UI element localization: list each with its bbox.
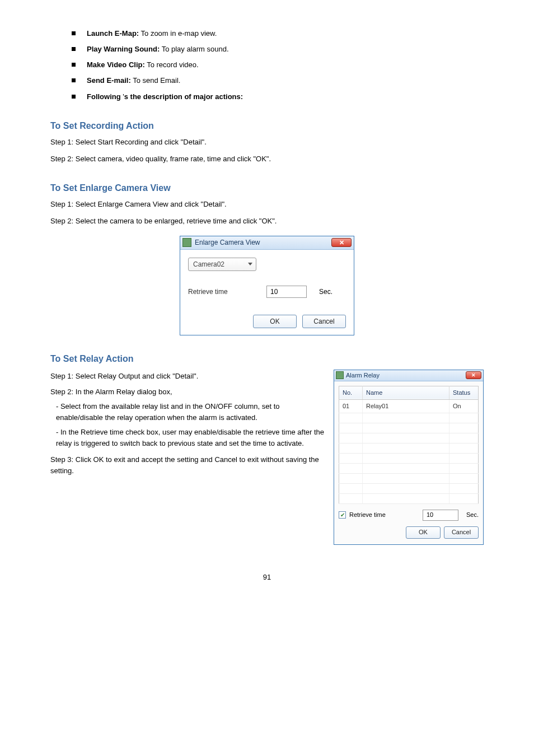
bullet-label: Following (87, 92, 123, 101)
seconds-label: Sec. (466, 510, 479, 520)
close-icon: ✕ (339, 240, 344, 246)
retrieve-time-label: Retrieve time (349, 510, 386, 520)
bullet-text: Following 's the description of major ac… (87, 91, 484, 102)
bullet-label: Play Warning Sound: (87, 45, 160, 53)
section-title-enlarge: To Set Enlarge Camera View (50, 181, 484, 195)
dialog-title: Alarm Relay (346, 371, 380, 380)
bullet-desc: To record video. (145, 60, 199, 69)
bullet-text: Send E-mail: To send Email. (87, 75, 484, 86)
camera-select-value: Camera02 (193, 259, 224, 270)
table-row (339, 473, 479, 483)
table-row (339, 423, 479, 433)
table-row (339, 463, 479, 473)
bullet-text: Launch E-Map: To zoom in e-map view. (87, 28, 484, 39)
alarm-relay-dialog: Alarm Relay ✕ No. Name Status 01 Relay01 (334, 370, 484, 545)
cell-status: On (449, 399, 479, 413)
table-row (339, 483, 479, 493)
square-bullet-icon (72, 63, 76, 67)
dialog-titlebar: Enlarge Camera View ✕ (180, 236, 354, 250)
bullet-4: Send E-mail: To send Email. (50, 75, 484, 86)
bullet-5: Following 's the description of major ac… (50, 91, 484, 102)
retrieve-time-input[interactable]: 10 (266, 286, 307, 298)
table-row (339, 413, 479, 423)
cancel-label: Cancel (452, 528, 471, 537)
retrieve-time-label: Retrieve time (188, 287, 266, 297)
dialog-title: Enlarge Camera View (195, 237, 260, 248)
camera-select[interactable]: Camera02 (188, 258, 256, 271)
col-status-header: Status (449, 386, 479, 399)
table-row (339, 453, 479, 463)
step-text: Step 2: Select camera, video quality, fr… (50, 153, 484, 165)
relay-table[interactable]: No. Name Status 01 Relay01 On (339, 386, 479, 504)
bullet-text: Make Video Clip: To record video. (87, 59, 484, 71)
table-row (339, 433, 479, 443)
bullet-label: Make Video Clip: (87, 60, 145, 69)
table-row (339, 493, 479, 503)
col-no-header: No. (339, 386, 363, 399)
ok-label: OK (419, 528, 428, 537)
cell-name: Relay01 (363, 399, 449, 413)
cancel-label: Cancel (313, 316, 334, 327)
seconds-label: Sec. (319, 287, 332, 297)
page-number: 91 (50, 572, 484, 583)
cell-no: 01 (339, 399, 363, 413)
app-icon (182, 238, 191, 247)
ok-label: OK (270, 316, 279, 327)
retrieve-time-input[interactable]: 10 (423, 510, 458, 521)
bullet-desc: To play alarm sound. (160, 45, 228, 53)
step-text: Step 1: Select Enlarge Camera View and c… (50, 199, 484, 210)
table-header-row: No. Name Status (339, 386, 479, 399)
bullet-text: Play Warning Sound: To play alarm sound. (87, 44, 484, 55)
check-icon: ✔ (340, 512, 345, 518)
square-bullet-icon (72, 31, 76, 35)
cancel-button[interactable]: Cancel (302, 315, 346, 328)
bullet-3: Make Video Clip: To record video. (50, 59, 484, 71)
table-row[interactable]: 01 Relay01 On (339, 399, 479, 413)
retrieve-time-checkbox[interactable]: ✔ (339, 511, 346, 519)
ok-button[interactable]: OK (253, 315, 297, 328)
section-title-relay: To Set Relay Action (50, 352, 484, 366)
bullet-desc: To send Email. (131, 76, 181, 85)
step-text: Step 1: Select Start Recording and click… (50, 137, 484, 148)
dialog-titlebar: Alarm Relay ✕ (334, 370, 483, 381)
section-title-recording: To Set Recording Action (50, 119, 484, 133)
bullet-1: Launch E-Map: To zoom in e-map view. (50, 28, 484, 39)
chevron-down-icon (248, 263, 252, 265)
app-icon (336, 371, 344, 379)
step-text: Step 2: Select the camera to be enlarged… (50, 216, 484, 227)
close-button[interactable]: ✕ (466, 371, 481, 379)
square-bullet-icon (72, 78, 76, 82)
bullet-desc: To zoom in e-map view. (139, 29, 217, 38)
bullet-label-rest: s the description of major actions: (124, 92, 243, 101)
col-name-header: Name (363, 386, 449, 399)
bullet-2: Play Warning Sound: To play alarm sound. (50, 44, 484, 55)
cancel-button[interactable]: Cancel (444, 526, 479, 539)
bullet-label: Send E-mail: (87, 76, 131, 85)
enlarge-camera-dialog: Enlarge Camera View ✕ Camera02 Retrieve … (180, 236, 354, 335)
close-icon: ✕ (471, 373, 476, 378)
square-bullet-icon (72, 47, 76, 51)
square-bullet-icon (72, 95, 76, 99)
retrieve-time-value: 10 (427, 510, 433, 520)
table-row (339, 443, 479, 453)
close-button[interactable]: ✕ (331, 238, 352, 247)
bullet-label: Launch E-Map: (87, 29, 139, 38)
retrieve-time-value: 10 (270, 287, 278, 297)
ok-button[interactable]: OK (406, 526, 441, 539)
